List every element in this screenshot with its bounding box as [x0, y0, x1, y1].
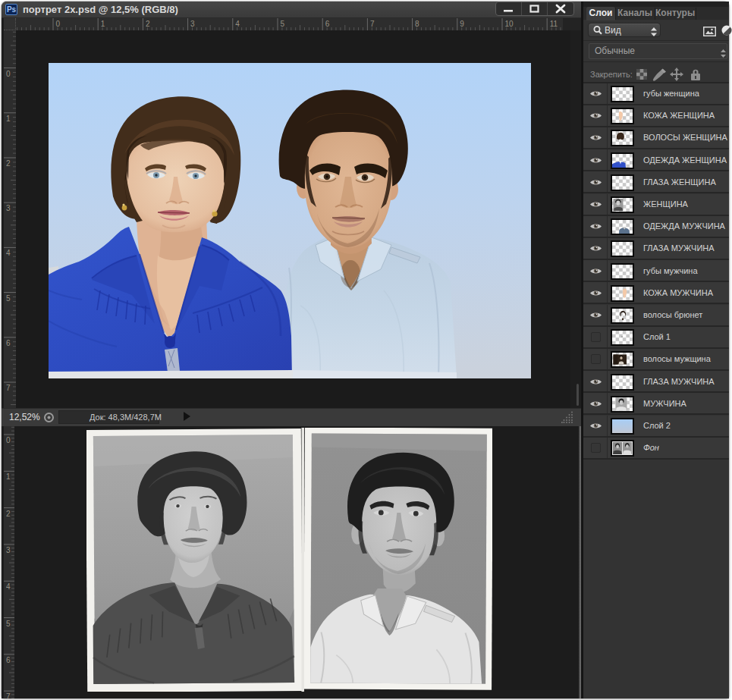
svg-text:11: 11 — [550, 20, 558, 28]
svg-text:3: 3 — [190, 20, 195, 28]
svg-text:0: 0 — [56, 20, 61, 28]
svg-text:8: 8 — [415, 20, 419, 28]
svg-text:5: 5 — [6, 620, 11, 628]
svg-text:4: 4 — [235, 20, 240, 28]
svg-text:4: 4 — [6, 249, 11, 257]
svg-text:2: 2 — [6, 159, 11, 168]
svg-text:5: 5 — [281, 20, 285, 28]
svg-text:7: 7 — [370, 20, 375, 28]
svg-text:7: 7 — [6, 692, 11, 698]
svg-text:1: 1 — [6, 115, 11, 123]
svg-text:2: 2 — [6, 510, 11, 518]
svg-text:10: 10 — [505, 20, 514, 28]
svg-text:3: 3 — [6, 204, 11, 212]
svg-text:0: 0 — [6, 436, 11, 444]
svg-text:7: 7 — [6, 384, 11, 392]
svg-text:6: 6 — [325, 20, 330, 28]
svg-text:9: 9 — [460, 20, 464, 28]
svg-text:1: 1 — [101, 20, 105, 28]
svg-text:6: 6 — [6, 656, 11, 664]
svg-text:1: 1 — [6, 472, 11, 481]
svg-text:6: 6 — [6, 339, 11, 347]
svg-text:2: 2 — [146, 20, 150, 28]
svg-text:3: 3 — [6, 546, 11, 554]
svg-text:0: 0 — [6, 70, 11, 78]
svg-text:5: 5 — [6, 294, 11, 303]
svg-text:4: 4 — [6, 582, 11, 591]
